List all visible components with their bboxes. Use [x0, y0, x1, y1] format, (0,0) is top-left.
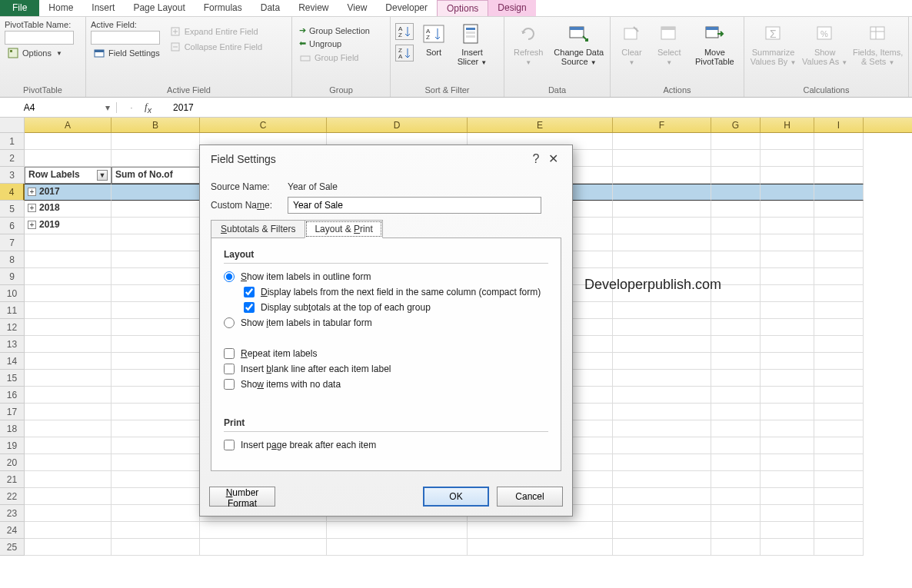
cell-B17[interactable] [112, 404, 200, 420]
cell-H24[interactable] [761, 522, 814, 539]
col-header-B[interactable]: B [112, 118, 200, 132]
tab-design[interactable]: Design [488, 0, 535, 16]
cell-H7[interactable] [761, 234, 814, 251]
cell-B12[interactable] [112, 319, 200, 336]
cell-H15[interactable] [761, 370, 814, 387]
cell-F22[interactable] [613, 488, 711, 505]
cell-F2[interactable] [613, 150, 711, 167]
cell-A11[interactable] [25, 302, 112, 319]
cell-A10[interactable] [25, 285, 112, 302]
cell-F4[interactable] [613, 184, 711, 201]
cell-A20[interactable] [25, 454, 112, 471]
cell-B21[interactable] [112, 471, 200, 488]
expand-icon[interactable]: + [28, 221, 36, 229]
cell-B6[interactable] [112, 218, 200, 234]
col-header-A[interactable]: A [25, 118, 112, 132]
collapse-entire-field-button[interactable]: Collapse Entire Field [167, 40, 265, 54]
cell-B1[interactable] [112, 133, 200, 150]
cell-G19[interactable] [711, 437, 761, 454]
cell-B14[interactable] [112, 353, 200, 370]
row-header-6[interactable]: 6 [0, 218, 25, 234]
row-header-22[interactable]: 22 [0, 488, 25, 505]
cell-F3[interactable] [613, 167, 711, 184]
pivot-name-input[interactable] [5, 31, 74, 45]
cell-F14[interactable] [613, 353, 711, 370]
row-header-1[interactable]: 1 [0, 133, 25, 150]
cell-H6[interactable] [761, 218, 814, 234]
cell-B25[interactable] [112, 539, 200, 556]
field-settings-button[interactable]: Field Settings [91, 46, 162, 60]
pivot-options-button[interactable]: Options▼ [5, 46, 74, 60]
cell-A9[interactable] [25, 268, 112, 285]
cell-G5[interactable] [711, 201, 761, 218]
cell-F11[interactable] [613, 302, 711, 319]
cell-F25[interactable] [613, 539, 711, 556]
cell-A8[interactable] [25, 251, 112, 268]
cell-B19[interactable] [112, 437, 200, 454]
cell-F23[interactable] [613, 505, 711, 522]
tab-developer[interactable]: Developer [376, 0, 437, 16]
cell-H9[interactable] [761, 268, 814, 285]
cell-I5[interactable] [814, 201, 864, 218]
cell-I19[interactable] [814, 437, 864, 454]
cell-F6[interactable] [613, 218, 711, 234]
opt-pagebreak-checkbox[interactable] [224, 440, 235, 450]
row-header-13[interactable]: 13 [0, 336, 25, 353]
row-header-25[interactable]: 25 [0, 539, 25, 556]
cell-I13[interactable] [814, 336, 864, 353]
number-format-button[interactable]: Number Format [209, 487, 275, 507]
cell-H4[interactable] [761, 184, 814, 201]
cell-A6[interactable]: +2019 [25, 218, 112, 234]
cell-H14[interactable] [761, 353, 814, 370]
formula-input[interactable] [158, 102, 465, 113]
tab-home[interactable]: Home [39, 0, 82, 16]
cell-F18[interactable] [613, 420, 711, 437]
row-header-3[interactable]: 3 [0, 167, 25, 184]
cell-G20[interactable] [711, 454, 761, 471]
cell-B9[interactable] [112, 268, 200, 285]
insert-slicer-button[interactable]: Insert Slicer ▼ [454, 20, 491, 68]
cell-I2[interactable] [814, 150, 864, 167]
cell-H1[interactable] [761, 133, 814, 150]
cell-A25[interactable] [25, 539, 112, 556]
row-header-7[interactable]: 7 [0, 234, 25, 251]
sort-button[interactable]: AZ Sort [418, 20, 449, 57]
col-header-F[interactable]: F [613, 118, 711, 132]
name-box-input[interactable] [6, 102, 52, 113]
cell-F15[interactable] [613, 370, 711, 387]
cell-B23[interactable] [112, 505, 200, 522]
cell-I7[interactable] [814, 234, 864, 251]
cell-H11[interactable] [761, 302, 814, 319]
cell-B2[interactable] [112, 150, 200, 167]
dialog-close-button[interactable]: ✕ [544, 151, 561, 166]
cell-F21[interactable] [613, 471, 711, 488]
cell-I14[interactable] [814, 353, 864, 370]
cell-F20[interactable] [613, 454, 711, 471]
tab-view[interactable]: View [338, 0, 377, 16]
tab-insert[interactable]: Insert [82, 0, 124, 16]
col-header-C[interactable]: C [200, 118, 327, 132]
cell-G11[interactable] [711, 302, 761, 319]
cell-A2[interactable] [25, 150, 112, 167]
ungroup-button[interactable]: ⬅Ungroup [297, 38, 372, 49]
row-header-10[interactable]: 10 [0, 285, 25, 302]
cell-G4[interactable] [711, 184, 761, 201]
cell-F24[interactable] [613, 522, 711, 539]
row-header-20[interactable]: 20 [0, 454, 25, 471]
row-header-12[interactable]: 12 [0, 319, 25, 336]
cell-C24[interactable] [200, 522, 327, 539]
col-header-G[interactable]: G [711, 118, 761, 132]
tab-subtotals-filters[interactable]: Subtotals & Filters [211, 220, 305, 238]
cell-H3[interactable] [761, 167, 814, 184]
cell-F5[interactable] [613, 201, 711, 218]
cell-I15[interactable] [814, 370, 864, 387]
cell-G24[interactable] [711, 522, 761, 539]
cell-B7[interactable] [112, 234, 200, 251]
select-all-corner[interactable] [0, 118, 25, 133]
cell-B11[interactable] [112, 302, 200, 319]
cell-A1[interactable] [25, 133, 112, 150]
opt-repeat-checkbox[interactable] [224, 348, 235, 359]
row-header-23[interactable]: 23 [0, 505, 25, 522]
cell-G14[interactable] [711, 353, 761, 370]
cell-I12[interactable] [814, 319, 864, 336]
